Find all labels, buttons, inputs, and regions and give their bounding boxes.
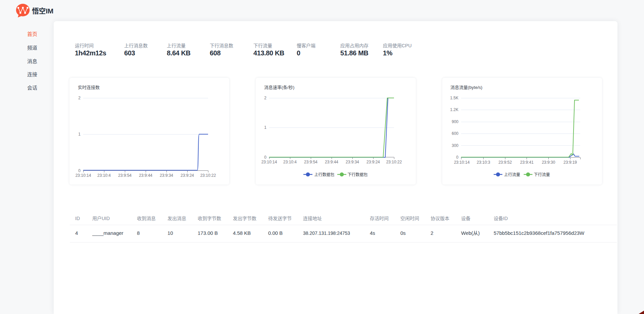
svg-text:23:9:44: 23:9:44: [325, 160, 338, 164]
svg-text:23:10:3: 23:10:3: [477, 160, 490, 165]
svg-text:下行数据包: 下行数据包: [348, 172, 368, 177]
svg-text:23:9:34: 23:9:34: [160, 173, 173, 178]
svg-text:23:10:14: 23:10:14: [454, 160, 470, 165]
svg-text:1.2K: 1.2K: [450, 107, 458, 112]
svg-text:23:10:4: 23:10:4: [97, 173, 111, 178]
svg-text:23:10:14: 23:10:14: [261, 160, 277, 164]
svg-text:上行流量: 上行流量: [504, 172, 520, 177]
svg-text:2: 2: [264, 96, 266, 100]
svg-text:0: 0: [78, 168, 81, 173]
svg-text:1: 1: [78, 132, 81, 137]
svg-text:23:9:30: 23:9:30: [542, 160, 555, 165]
svg-text:实时连接数: 实时连接数: [78, 85, 100, 90]
svg-text:600: 600: [452, 131, 458, 136]
svg-text:23:9:54: 23:9:54: [304, 160, 317, 164]
svg-text:23:9:24: 23:9:24: [366, 160, 380, 164]
svg-text:300: 300: [452, 143, 458, 148]
svg-text:上行数据包: 上行数据包: [314, 172, 335, 177]
svg-text:1.5K: 1.5K: [450, 96, 458, 100]
svg-text:23:9:34: 23:9:34: [346, 160, 359, 164]
svg-text:下行流量: 下行流量: [534, 172, 550, 177]
svg-text:23:9:24: 23:9:24: [181, 173, 194, 178]
svg-text:900: 900: [452, 119, 458, 124]
svg-text:0: 0: [264, 155, 266, 160]
svg-text:0: 0: [456, 155, 458, 160]
svg-text:23:10:22: 23:10:22: [200, 173, 216, 178]
svg-text:23:10:22: 23:10:22: [386, 160, 402, 164]
svg-text:23:9:19: 23:9:19: [563, 160, 577, 165]
svg-text:23:9:54: 23:9:54: [118, 173, 132, 178]
svg-text:消息流量(byte/s): 消息流量(byte/s): [450, 85, 482, 90]
svg-text:23:9:52: 23:9:52: [498, 160, 512, 165]
svg-text:消息速率(条/秒): 消息速率(条/秒): [264, 85, 294, 90]
svg-text:23:10:4: 23:10:4: [283, 160, 297, 164]
svg-text:1: 1: [264, 125, 266, 130]
svg-text:2: 2: [78, 96, 81, 100]
svg-text:23:9:44: 23:9:44: [139, 173, 152, 178]
svg-text:23:9:41: 23:9:41: [520, 160, 534, 165]
svg-text:23:10:14: 23:10:14: [76, 173, 91, 178]
